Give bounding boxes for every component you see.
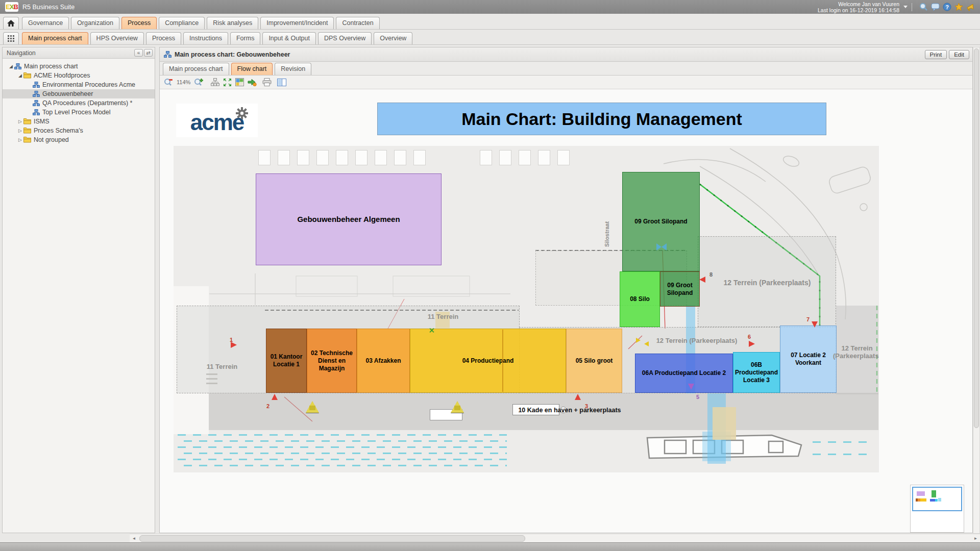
overview-map-icon[interactable] — [235, 78, 244, 86]
zone-07-locatie-2-voorkant[interactable]: 07 Locatie 2 Voorkant — [780, 325, 837, 393]
tree-expander-icon[interactable]: ◢ — [8, 64, 14, 69]
zoom-in-icon[interactable] — [194, 78, 203, 87]
navigation-header: Navigation « ⇄ — [3, 47, 155, 59]
tree-item-acme-hoofdproces[interactable]: ◢ACME Hoofdproces — [3, 71, 155, 80]
horizontal-scrollbar-thumb[interactable] — [139, 535, 525, 542]
chart-tab-main-process-chart[interactable]: Main process chart — [163, 63, 229, 75]
tab-compliance[interactable]: Compliance — [159, 17, 205, 29]
apps-grid-tab[interactable] — [3, 32, 19, 44]
zone-06a-productiepand-locatie-2[interactable]: 06A Productiepand Locatie 2 — [635, 354, 733, 393]
tab-improvement-incident[interactable]: Improvement/Incident — [260, 17, 334, 29]
tab-contracten[interactable]: Contracten — [336, 17, 379, 29]
favorites-star-icon[interactable] — [954, 3, 963, 11]
tab-dps-overview[interactable]: DPS Overview — [318, 32, 372, 44]
home-tab[interactable] — [3, 17, 19, 29]
route-arrow-2-icon — [272, 394, 278, 400]
process-chart-icon — [33, 109, 40, 115]
zone-gebouwenbeheer-algemeen[interactable]: Gebouwenbeheer Algemeen — [256, 173, 442, 265]
refresh-tree-button[interactable]: ⇄ — [144, 49, 153, 57]
tree-item-proces-schema-s[interactable]: ▷Proces Schema's — [3, 126, 155, 135]
process-chart-icon — [33, 82, 40, 88]
zoom-out-icon[interactable] — [164, 78, 173, 87]
route-arrow-5-icon — [688, 384, 694, 390]
tree-item-main-process-chart[interactable]: ◢Main process chart — [3, 62, 155, 71]
exb-logo[interactable]: EXB — [5, 2, 18, 12]
tree-expander-icon[interactable]: ▷ — [17, 119, 23, 124]
zone-09-groot-silopand-klein[interactable]: 09 Groot Silopand — [660, 271, 700, 307]
hierarchy-icon[interactable] — [211, 78, 219, 86]
split-view-icon[interactable] — [277, 79, 286, 86]
tree-item-isms[interactable]: ▷ISMS — [3, 117, 155, 126]
map-label-silostraat: Silostraat — [604, 221, 610, 247]
folder-icon — [23, 118, 31, 124]
water-texture — [178, 459, 507, 460]
edit-button[interactable]: Edit — [949, 50, 969, 59]
zone-03-afzakken[interactable]: 03 Afzakken — [357, 329, 410, 393]
zone-08-silo[interactable]: 08 Silo — [620, 271, 660, 327]
tab-input-output[interactable]: Input & Output — [262, 32, 316, 44]
tree-item-label: Gebouwenbeheer — [42, 90, 93, 97]
tab-hps-overview[interactable]: HPS Overview — [90, 32, 144, 44]
print-icon[interactable] — [262, 78, 272, 86]
tree-item-top-level-proces-model[interactable]: Top Level Proces Model — [3, 108, 155, 117]
tab-overview[interactable]: Overview — [374, 32, 412, 44]
panel-splitter[interactable] — [155, 47, 159, 533]
tab-process[interactable]: Process — [146, 32, 181, 44]
tree-item-not-grouped[interactable]: ▷Not grouped — [3, 135, 155, 144]
minimap-shape — [920, 498, 926, 502]
user-menu-caret-icon[interactable] — [903, 6, 908, 8]
minimap[interactable] — [910, 485, 964, 533]
tree-expander-icon[interactable]: ▷ — [17, 137, 23, 142]
chart-toolbar: 114% — [160, 76, 972, 89]
main-tab-bar: GovernanceOrganizationProcessComplianceR… — [0, 14, 980, 30]
vertical-scrollbar-thumb[interactable] — [974, 48, 979, 428]
user-block: Welcome Jan van Vuuren Last login on 16-… — [818, 1, 980, 13]
map-block — [713, 407, 736, 440]
navigation-tree: ◢Main process chart◢ACME HoofdprocesEnvi… — [3, 59, 155, 144]
tree-item-label: ACME Hoofdproces — [34, 72, 90, 79]
route-arrow-7-icon — [812, 321, 818, 328]
tab-instructions[interactable]: Instructions — [183, 32, 228, 44]
app-title: R5 Business Suite — [22, 4, 75, 11]
tab-governance[interactable]: Governance — [22, 17, 69, 29]
facility-map: Gebouwenbeheer Algemeen09 Groot Silopand… — [174, 146, 879, 472]
route-number-6: 6 — [748, 334, 751, 340]
zone-06b-productiepand-locatie-3[interactable]: 06B Productiepand Locatie 3 — [733, 352, 780, 393]
print-button[interactable]: Print — [925, 50, 947, 59]
scroll-right-button[interactable]: ► — [971, 535, 980, 542]
content-title: Main process chart: Gebouwenbeheer — [175, 51, 290, 58]
tab-main-process-chart[interactable]: Main process chart — [22, 32, 88, 44]
scroll-left-button[interactable]: ◄ — [130, 535, 138, 542]
zone-09-groot-silopand[interactable]: 09 Groot Silopand — [622, 172, 700, 271]
navigation-panel: Navigation « ⇄ ◢Main process chart◢ACME … — [2, 47, 155, 533]
chart-tab-flow-chart[interactable]: Flow chart — [231, 63, 273, 75]
collapse-panel-button[interactable]: « — [134, 49, 143, 57]
zone-04-productiepand[interactable]: 04 Productiepand — [410, 329, 566, 393]
zone-01-kantoor-locatie-1[interactable]: 01 Kantoor Locatie 1 — [266, 329, 307, 393]
water-texture — [178, 446, 507, 448]
tab-forms[interactable]: Forms — [230, 32, 260, 44]
chart-tab-revision[interactable]: Revision — [275, 63, 311, 75]
tab-process[interactable]: Process — [121, 17, 157, 29]
valve-icon — [656, 243, 667, 251]
go-to-process-icon[interactable] — [248, 78, 257, 86]
vertical-scrollbar[interactable] — [973, 47, 980, 534]
chart-canvas: acme Main Chart: Building Management — [160, 90, 972, 533]
tree-expander-icon[interactable]: ▷ — [17, 128, 23, 133]
zone-02-technische-dienst-en-magazijn[interactable]: 02 Technische Dienst en Magazijn — [307, 329, 357, 393]
search-icon[interactable] — [919, 3, 928, 11]
tree-item-qa-procedures-departments[interactable]: QA Procedures (Departments) * — [3, 98, 155, 108]
tree-expander-icon[interactable]: ◢ — [17, 73, 23, 78]
zone-05-silo-groot[interactable]: 05 Silo groot — [566, 329, 622, 393]
tab-risk-analyses[interactable]: Risk analyses — [207, 17, 258, 29]
application-window: EXB R5 Business Suite Welcome Jan van Vu… — [0, 0, 980, 551]
horizontal-scrollbar[interactable]: ◄ ► — [130, 534, 980, 542]
map-label-11-terrein: 11 Terrein — [207, 363, 237, 370]
tab-organization[interactable]: Organization — [71, 17, 119, 29]
fit-to-screen-icon[interactable] — [223, 78, 232, 87]
tree-item-gebouwenbeheer[interactable]: Gebouwenbeheer — [3, 89, 155, 98]
notifications-horn-icon[interactable] — [966, 3, 975, 11]
chat-icon[interactable] — [931, 3, 940, 11]
tree-item-environmental-procedures-acme[interactable]: Environmental Procedures Acme — [3, 80, 155, 89]
help-icon[interactable]: ? — [943, 3, 951, 11]
